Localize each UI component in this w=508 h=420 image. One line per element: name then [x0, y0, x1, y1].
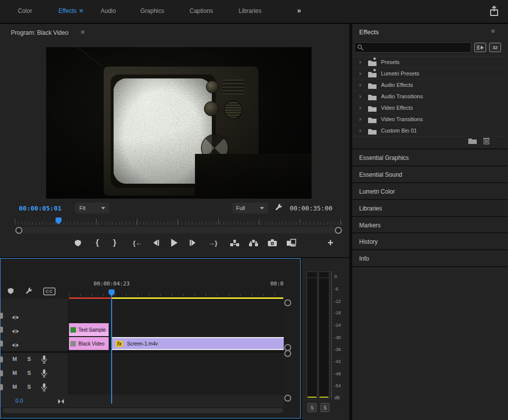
solo-button[interactable]: S: [27, 356, 31, 362]
clip-black-video[interactable]: Black Video: [69, 337, 109, 350]
tree-item-video-effects[interactable]: › Video Effects: [352, 102, 508, 114]
solo-button[interactable]: S: [27, 370, 31, 376]
track-a3: M S: [0, 381, 284, 395]
goto-in-button[interactable]: {←: [130, 237, 145, 248]
tree-item-presets[interactable]: › ★ Presets: [352, 57, 508, 68]
vscroll-handle[interactable]: [284, 350, 291, 357]
add-marker-button[interactable]: [72, 237, 83, 248]
scroll-handle-left[interactable]: [15, 227, 22, 234]
effects-panel-title: Effects: [359, 28, 379, 36]
expand-chevron-icon[interactable]: ›: [359, 104, 366, 111]
tree-item-audio-effects[interactable]: › Audio Effects: [352, 79, 508, 91]
panel-tab-history[interactable]: History: [352, 232, 508, 250]
sync-lock-icon[interactable]: [0, 356, 3, 362]
expand-chevron-icon[interactable]: ›: [359, 81, 366, 88]
tab-audio[interactable]: Audio: [101, 7, 116, 14]
settings-wrench-icon[interactable]: [275, 204, 283, 213]
search-icon: [357, 44, 364, 51]
tab-graphics[interactable]: Graphics: [140, 7, 164, 14]
expand-chevron-icon[interactable]: ›: [359, 127, 366, 134]
new-custom-bin-icon[interactable]: [468, 137, 477, 146]
mute-button[interactable]: M: [12, 384, 17, 390]
mark-in-button[interactable]: {: [92, 237, 103, 248]
panel-tab-info[interactable]: Info: [352, 249, 508, 267]
voiceover-mic-icon[interactable]: [41, 383, 47, 394]
meter-scale-label: -36: [334, 347, 341, 352]
tab-libraries[interactable]: Libraries: [239, 7, 261, 14]
32bit-color-filter-icon[interactable]: 32: [489, 43, 501, 52]
timeline-marker-icon[interactable]: [7, 287, 14, 296]
monitor-scrub-ruler[interactable]: [15, 218, 342, 225]
tabs-overflow-icon[interactable]: »: [297, 6, 300, 14]
meter-channel-right: [318, 272, 329, 399]
sync-lock-icon[interactable]: [0, 313, 3, 319]
clip-text-sample[interactable]: Text Sample: [69, 323, 109, 336]
track-output-eye-icon[interactable]: [11, 313, 19, 322]
goto-out-button[interactable]: →}: [205, 237, 220, 248]
effects-search-box[interactable]: [354, 42, 471, 53]
panel-tab-essential-sound[interactable]: Essential Sound: [352, 165, 508, 183]
vscroll-handle[interactable]: [284, 299, 291, 306]
expand-chevron-icon[interactable]: ›: [359, 93, 366, 100]
tree-item-video-transitions[interactable]: › Video Transitions: [352, 114, 508, 125]
voiceover-mic-icon[interactable]: [41, 369, 47, 380]
track-output-eye-icon[interactable]: [11, 341, 19, 350]
mute-button[interactable]: M: [12, 370, 17, 376]
panel-tab-markers[interactable]: Markers: [352, 216, 508, 234]
clip-screen-1-m4v[interactable]: fx Screen-1.m4v: [112, 337, 284, 350]
timeline-hscrollbar[interactable]: [2, 408, 283, 413]
step-back-button[interactable]: [150, 237, 161, 248]
program-monitor-menu-icon[interactable]: ≡: [81, 28, 85, 36]
tab-color[interactable]: Color: [18, 7, 32, 14]
meter-level: [319, 397, 328, 398]
zoom-level-dropdown[interactable]: Fit: [75, 203, 109, 213]
expand-chevron-icon[interactable]: ›: [359, 59, 366, 66]
effects-panel-menu-icon[interactable]: ≡: [491, 27, 495, 35]
captions-cc-icon[interactable]: CC: [43, 287, 56, 295]
panel-tab-lumetri-color[interactable]: Lumetri Color: [352, 182, 508, 200]
delete-trash-icon[interactable]: [483, 137, 490, 146]
extract-button[interactable]: [248, 237, 259, 248]
comparison-view-button[interactable]: [286, 237, 297, 248]
vscroll-handle[interactable]: [284, 395, 291, 402]
sync-lock-icon[interactable]: [0, 341, 3, 347]
timeline-ruler[interactable]: 00:0: [69, 280, 285, 297]
expand-chevron-icon[interactable]: ›: [359, 116, 366, 123]
tree-item-audio-transitions[interactable]: › Audio Transitions: [352, 91, 508, 102]
button-editor-plus[interactable]: +: [325, 237, 336, 248]
effects-bin-toolbar: [352, 134, 508, 148]
chevron-down-icon: [101, 207, 105, 210]
sync-lock-icon[interactable]: [0, 384, 3, 390]
export-share-icon[interactable]: [489, 5, 500, 18]
timeline-settings-wrench-icon[interactable]: [25, 287, 33, 297]
clip-badge-icon: [70, 341, 76, 347]
master-gain-value[interactable]: 0.0: [15, 398, 23, 404]
sync-lock-icon[interactable]: [0, 327, 3, 333]
lift-button[interactable]: [229, 237, 240, 248]
playback-resolution-dropdown[interactable]: Full: [232, 203, 268, 213]
tree-item-lumetri-presets[interactable]: › ★ Lumetri Presets: [352, 68, 508, 79]
meter-scale-label: -42: [334, 359, 341, 364]
mark-out-button[interactable]: }: [109, 237, 120, 248]
meter-solo-left-button[interactable]: S: [308, 403, 317, 412]
voiceover-mic-icon[interactable]: [41, 355, 47, 366]
mute-button[interactable]: M: [12, 356, 17, 362]
track-output-eye-icon[interactable]: [11, 327, 19, 336]
scroll-handle-right[interactable]: [335, 227, 342, 234]
solo-button[interactable]: S: [27, 384, 31, 390]
accelerated-effects-filter-icon[interactable]: [474, 43, 486, 52]
search-input[interactable]: [367, 43, 468, 53]
fit-sequence-icon[interactable]: [57, 398, 65, 407]
tab-effects[interactable]: Effects: [59, 7, 76, 14]
sync-lock-icon[interactable]: [0, 370, 3, 376]
play-button[interactable]: [169, 237, 180, 248]
workspace-menu-icon[interactable]: ≡: [79, 7, 83, 14]
panel-tab-libraries[interactable]: Libraries: [352, 199, 508, 217]
monitor-scrollbar[interactable]: [15, 227, 342, 233]
meter-solo-right-button[interactable]: S: [320, 403, 329, 412]
tab-captions[interactable]: Captions: [190, 7, 213, 14]
step-forward-button[interactable]: [188, 237, 198, 248]
export-frame-camera-button[interactable]: [267, 237, 278, 248]
panel-tab-essential-graphics[interactable]: Essential Graphics: [352, 148, 508, 166]
expand-chevron-icon[interactable]: ›: [359, 70, 366, 77]
